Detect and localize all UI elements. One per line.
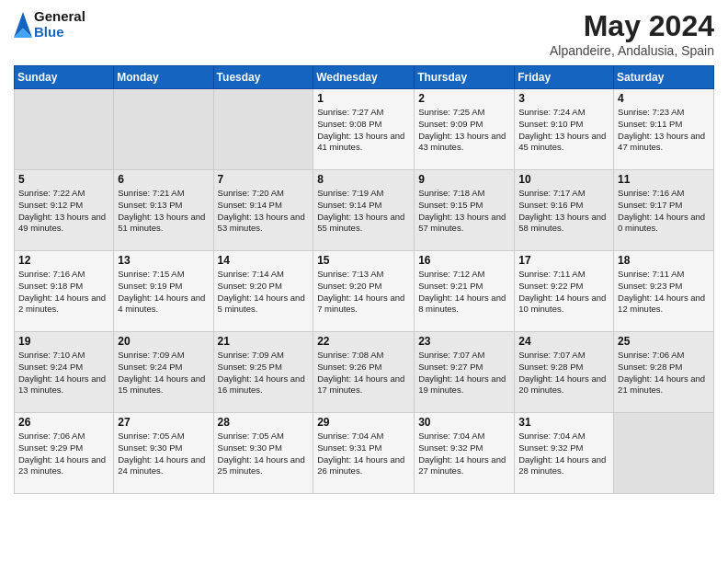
day-number: 21: [218, 335, 310, 348]
weekday-header-tuesday: Tuesday: [213, 66, 313, 89]
day-info: Sunrise: 7:05 AM Sunset: 9:30 PM Dayligh…: [118, 431, 209, 477]
day-info: Sunrise: 7:21 AM Sunset: 9:13 PM Dayligh…: [118, 188, 209, 235]
day-info: Sunrise: 7:23 AM Sunset: 9:11 PM Dayligh…: [618, 107, 710, 154]
calendar-cell: 29Sunrise: 7:04 AM Sunset: 9:31 PM Dayli…: [313, 413, 415, 494]
day-number: 22: [317, 335, 410, 348]
calendar-cell: 5Sunrise: 7:22 AM Sunset: 9:12 PM Daylig…: [15, 170, 114, 251]
day-info: Sunrise: 7:18 AM Sunset: 9:15 PM Dayligh…: [418, 188, 510, 235]
calendar-page: General Blue May 2024 Alpandeire, Andalu…: [0, 0, 728, 563]
day-number: 25: [618, 335, 710, 348]
calendar-cell: 1Sunrise: 7:27 AM Sunset: 9:08 PM Daylig…: [313, 89, 415, 170]
day-info: Sunrise: 7:17 AM Sunset: 9:16 PM Dayligh…: [518, 188, 609, 235]
calendar-cell: [614, 413, 714, 494]
day-number: 2: [418, 92, 510, 105]
day-number: 11: [618, 173, 710, 186]
calendar-cell: 6Sunrise: 7:21 AM Sunset: 9:13 PM Daylig…: [114, 170, 213, 251]
day-number: 5: [18, 173, 109, 186]
calendar-week-1: 1Sunrise: 7:27 AM Sunset: 9:08 PM Daylig…: [15, 89, 714, 170]
day-number: 29: [317, 416, 410, 429]
calendar-cell: 30Sunrise: 7:04 AM Sunset: 9:32 PM Dayli…: [415, 413, 515, 494]
day-number: 7: [218, 173, 310, 186]
calendar-cell: 2Sunrise: 7:25 AM Sunset: 9:09 PM Daylig…: [415, 89, 515, 170]
location-subtitle: Alpandeire, Andalusia, Spain: [550, 43, 714, 58]
day-number: 15: [317, 254, 410, 267]
day-number: 8: [317, 173, 410, 186]
calendar-cell: 17Sunrise: 7:11 AM Sunset: 9:22 PM Dayli…: [515, 251, 614, 332]
weekday-header-monday: Monday: [114, 66, 213, 89]
day-info: Sunrise: 7:07 AM Sunset: 9:28 PM Dayligh…: [518, 350, 609, 396]
day-info: Sunrise: 7:04 AM Sunset: 9:31 PM Dayligh…: [317, 431, 410, 477]
day-number: 24: [518, 335, 609, 348]
day-info: Sunrise: 7:19 AM Sunset: 9:14 PM Dayligh…: [317, 188, 410, 235]
day-number: 31: [518, 416, 609, 429]
calendar-week-2: 5Sunrise: 7:22 AM Sunset: 9:12 PM Daylig…: [15, 170, 714, 251]
weekday-header-thursday: Thursday: [415, 66, 515, 89]
day-info: Sunrise: 7:09 AM Sunset: 9:25 PM Dayligh…: [218, 350, 310, 396]
day-info: Sunrise: 7:13 AM Sunset: 9:20 PM Dayligh…: [317, 269, 410, 316]
calendar-cell: [15, 89, 114, 170]
calendar-cell: 7Sunrise: 7:20 AM Sunset: 9:14 PM Daylig…: [213, 170, 313, 251]
weekday-header-wednesday: Wednesday: [313, 66, 415, 89]
weekday-header-saturday: Saturday: [614, 66, 714, 89]
day-info: Sunrise: 7:04 AM Sunset: 9:32 PM Dayligh…: [518, 431, 609, 477]
calendar-cell: 20Sunrise: 7:09 AM Sunset: 9:24 PM Dayli…: [114, 332, 213, 413]
day-number: 27: [118, 416, 209, 429]
calendar-cell: 22Sunrise: 7:08 AM Sunset: 9:26 PM Dayli…: [313, 332, 415, 413]
day-info: Sunrise: 7:25 AM Sunset: 9:09 PM Dayligh…: [418, 107, 510, 154]
calendar-cell: 11Sunrise: 7:16 AM Sunset: 9:17 PM Dayli…: [614, 170, 714, 251]
title-area: May 2024 Alpandeire, Andalusia, Spain: [550, 9, 714, 58]
day-info: Sunrise: 7:09 AM Sunset: 9:24 PM Dayligh…: [118, 350, 209, 396]
day-number: 13: [118, 254, 209, 267]
calendar-cell: 15Sunrise: 7:13 AM Sunset: 9:20 PM Dayli…: [313, 251, 415, 332]
day-number: 17: [518, 254, 609, 267]
weekday-header-friday: Friday: [515, 66, 614, 89]
day-info: Sunrise: 7:08 AM Sunset: 9:26 PM Dayligh…: [317, 350, 410, 396]
day-info: Sunrise: 7:24 AM Sunset: 9:10 PM Dayligh…: [518, 107, 609, 154]
logo-icon: [14, 12, 32, 38]
day-number: 3: [518, 92, 609, 105]
calendar-cell: [114, 89, 213, 170]
day-number: 6: [118, 173, 209, 186]
calendar-cell: 8Sunrise: 7:19 AM Sunset: 9:14 PM Daylig…: [313, 170, 415, 251]
day-number: 10: [518, 173, 609, 186]
day-info: Sunrise: 7:27 AM Sunset: 9:08 PM Dayligh…: [317, 107, 410, 154]
day-info: Sunrise: 7:22 AM Sunset: 9:12 PM Dayligh…: [18, 188, 109, 235]
day-info: Sunrise: 7:10 AM Sunset: 9:24 PM Dayligh…: [18, 350, 109, 396]
day-number: 26: [18, 416, 109, 429]
day-number: 30: [418, 416, 510, 429]
day-info: Sunrise: 7:07 AM Sunset: 9:27 PM Dayligh…: [418, 350, 510, 396]
day-number: 12: [18, 254, 109, 267]
calendar-cell: 25Sunrise: 7:06 AM Sunset: 9:28 PM Dayli…: [614, 332, 714, 413]
calendar-cell: 19Sunrise: 7:10 AM Sunset: 9:24 PM Dayli…: [15, 332, 114, 413]
day-number: 4: [618, 92, 710, 105]
weekday-header-row: SundayMondayTuesdayWednesdayThursdayFrid…: [15, 66, 714, 89]
calendar-cell: 28Sunrise: 7:05 AM Sunset: 9:30 PM Dayli…: [213, 413, 313, 494]
day-info: Sunrise: 7:12 AM Sunset: 9:21 PM Dayligh…: [418, 269, 510, 316]
day-info: Sunrise: 7:16 AM Sunset: 9:17 PM Dayligh…: [618, 188, 710, 235]
day-info: Sunrise: 7:06 AM Sunset: 9:29 PM Dayligh…: [18, 431, 109, 477]
calendar-table: SundayMondayTuesdayWednesdayThursdayFrid…: [14, 65, 714, 494]
month-title: May 2024: [550, 9, 714, 43]
day-number: 9: [418, 173, 510, 186]
calendar-cell: 27Sunrise: 7:05 AM Sunset: 9:30 PM Dayli…: [114, 413, 213, 494]
day-info: Sunrise: 7:14 AM Sunset: 9:20 PM Dayligh…: [218, 269, 310, 316]
calendar-cell: 14Sunrise: 7:14 AM Sunset: 9:20 PM Dayli…: [213, 251, 313, 332]
day-info: Sunrise: 7:20 AM Sunset: 9:14 PM Dayligh…: [218, 188, 310, 235]
day-number: 20: [118, 335, 209, 348]
day-info: Sunrise: 7:06 AM Sunset: 9:28 PM Dayligh…: [618, 350, 710, 396]
day-number: 1: [317, 92, 410, 105]
calendar-cell: 9Sunrise: 7:18 AM Sunset: 9:15 PM Daylig…: [415, 170, 515, 251]
day-info: Sunrise: 7:04 AM Sunset: 9:32 PM Dayligh…: [418, 431, 510, 477]
calendar-cell: 18Sunrise: 7:11 AM Sunset: 9:23 PM Dayli…: [614, 251, 714, 332]
calendar-cell: 24Sunrise: 7:07 AM Sunset: 9:28 PM Dayli…: [515, 332, 614, 413]
calendar-cell: 4Sunrise: 7:23 AM Sunset: 9:11 PM Daylig…: [614, 89, 714, 170]
day-number: 23: [418, 335, 510, 348]
page-header: General Blue May 2024 Alpandeire, Andalu…: [14, 9, 714, 58]
day-number: 16: [418, 254, 510, 267]
calendar-cell: 10Sunrise: 7:17 AM Sunset: 9:16 PM Dayli…: [515, 170, 614, 251]
calendar-cell: 23Sunrise: 7:07 AM Sunset: 9:27 PM Dayli…: [415, 332, 515, 413]
day-info: Sunrise: 7:15 AM Sunset: 9:19 PM Dayligh…: [118, 269, 209, 316]
calendar-week-4: 19Sunrise: 7:10 AM Sunset: 9:24 PM Dayli…: [15, 332, 714, 413]
calendar-cell: 13Sunrise: 7:15 AM Sunset: 9:19 PM Dayli…: [114, 251, 213, 332]
day-info: Sunrise: 7:16 AM Sunset: 9:18 PM Dayligh…: [18, 269, 109, 316]
